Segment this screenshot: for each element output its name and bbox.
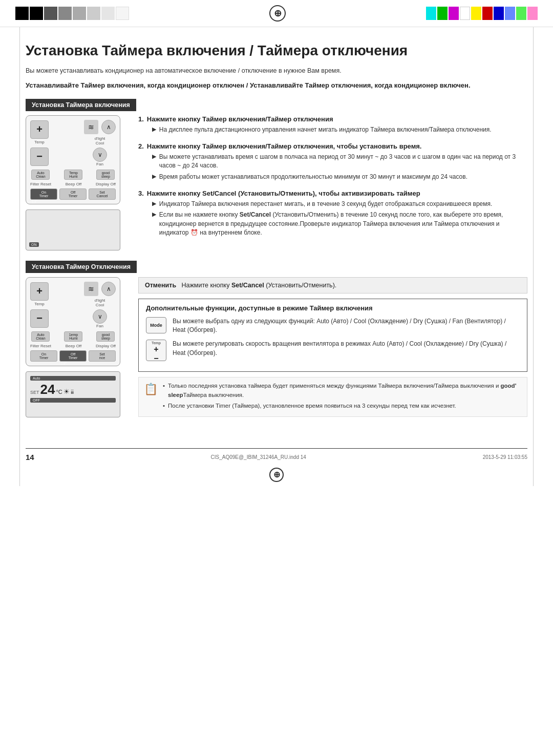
temp-label: Temp bbox=[34, 140, 45, 144]
temp-plus-button-2[interactable]: + bbox=[30, 282, 49, 301]
fan-up-button-2[interactable]: ∧ bbox=[101, 282, 116, 296]
note-item-2: После установки Timer (Таймера), установ… bbox=[163, 402, 522, 410]
display-on-badge: ON bbox=[29, 242, 39, 247]
step2-bullet2: Время работы может устанавливаться продо… bbox=[159, 173, 467, 181]
swing-icon: ≋ bbox=[84, 120, 98, 134]
step2-number: 2. bbox=[138, 142, 144, 150]
fan-up-button[interactable]: ∧ bbox=[101, 120, 116, 134]
remote-control-1: + Temp − ≋ ∧ d'lightCool ∨ Fan bbox=[26, 115, 120, 204]
plus-icon: + bbox=[154, 345, 158, 354]
temp-minus-button-2[interactable]: − bbox=[30, 309, 49, 328]
set-cancel-button-2[interactable]: Setnce bbox=[89, 350, 116, 362]
note-item-1: Только последняя установка таймера будет… bbox=[163, 382, 522, 400]
off-badge: OFF bbox=[30, 398, 116, 403]
note-box: 📋 Только последняя установка таймера буд… bbox=[138, 377, 527, 417]
fan-label: Fan bbox=[96, 162, 103, 166]
good-sleep-button-2[interactable]: goodsleep bbox=[96, 331, 115, 342]
temp-minus-button[interactable]: − bbox=[30, 148, 49, 166]
dcool-label: d'lightCool bbox=[95, 136, 105, 145]
fan-down-button-2[interactable]: ∨ bbox=[93, 309, 107, 324]
display-off-label-2: Display Off bbox=[96, 344, 116, 348]
on-timer-button[interactable]: OnTimer☞ bbox=[30, 188, 57, 200]
temp-humi-button[interactable]: TempHumi bbox=[64, 170, 82, 180]
auto-clean-button[interactable]: AutoClean bbox=[31, 170, 50, 180]
swing-icon-2: ≋ bbox=[84, 282, 98, 296]
bullet-arrow-5: ▶ bbox=[152, 211, 156, 237]
temp-label-2: Temp bbox=[34, 302, 45, 306]
temp-humi-button-2[interactable]: 1empHumi bbox=[64, 331, 82, 342]
set-cancel-button[interactable]: SetCancel bbox=[89, 188, 116, 200]
note-list: Только последняя установка таймера будет… bbox=[163, 382, 522, 412]
bold-intro: Устанавливайте Таймер включения, когда к… bbox=[26, 80, 527, 91]
off-timer-button[interactable]: OffTimer bbox=[59, 188, 87, 200]
remote-control-2: + Temp − ≋ ∧ d'lightCool ∨ Fan bbox=[26, 277, 120, 366]
registration-mark: ⊕ bbox=[269, 5, 286, 22]
bullet-arrow-2: ▶ bbox=[152, 153, 156, 171]
fan-icon: ☀ bbox=[63, 388, 70, 395]
cancel-label: Отменить bbox=[145, 282, 176, 289]
step2-title: Нажмите кнопку Таймер включения/Таймер о… bbox=[147, 142, 527, 150]
bullet-arrow-4: ▶ bbox=[152, 200, 156, 208]
step3-bullet1: Индикатор Таймера включения перестанет м… bbox=[159, 200, 492, 208]
note-icon: 📋 bbox=[144, 383, 158, 396]
cancel-text: Нажмите кнопку Set/Cancel (Установить/От… bbox=[182, 282, 337, 289]
mode-icon-box: Mode bbox=[146, 317, 166, 333]
step1-bullet1: На дисплее пульта дистанционного управле… bbox=[159, 125, 492, 134]
step3-title: Нажмите кнопку Set/Cancel (Установить/От… bbox=[147, 190, 527, 197]
beep-off-label-2: Beep Off bbox=[66, 344, 81, 348]
bullet-arrow-3: ▶ bbox=[152, 173, 156, 181]
func1-text: Вы можете выбрать одну из следующих функ… bbox=[173, 317, 520, 335]
temp-value: 24 bbox=[40, 383, 55, 396]
footer-date: 2013-5-29 11:03:55 bbox=[483, 454, 527, 460]
step3-bullet2: Если вы не нажмете кнопку Set/Cancel (Ус… bbox=[159, 211, 527, 237]
on-timer-button-2[interactable]: OnTimer bbox=[30, 350, 57, 362]
good-sleep-button[interactable]: goodsleep bbox=[96, 170, 115, 180]
dcool-label-2: d'lightCool bbox=[95, 298, 105, 307]
bullet-arrow-1: ▶ bbox=[152, 126, 156, 134]
set-label: SET bbox=[30, 390, 39, 395]
temp-unit: °C bbox=[56, 389, 62, 395]
section2-header: Установка Таймер Отключения bbox=[26, 261, 137, 273]
beep-off-label: Beep Off bbox=[66, 182, 81, 186]
section1-header: Установка Таймера включения bbox=[26, 99, 136, 111]
page-title: Установка Таймера включения / Таймера от… bbox=[26, 43, 527, 59]
cancel-box: Отменить Нажмите кнопку Set/Cancel (Уста… bbox=[138, 277, 527, 293]
off-timer-button-2[interactable]: OffTimer☞ bbox=[59, 350, 87, 362]
footer-file: CIS_AQ09E@_IBIM_31246A_RU.indd 14 bbox=[211, 454, 306, 460]
page-number: 14 bbox=[26, 453, 34, 461]
display-screen-1: ON bbox=[26, 209, 120, 250]
step1-title: Нажмите кнопку Таймер включения/Таймер о… bbox=[147, 115, 527, 123]
fan-down-button[interactable]: ∨ bbox=[93, 148, 107, 162]
filter-reset-label: Filter Reset bbox=[30, 182, 51, 186]
temp-icon-label: Temp bbox=[152, 341, 161, 345]
filter-reset-label-2: Filter Reset bbox=[30, 344, 51, 348]
step2-bullet1: Вы можете устанавливать время с шагом в … bbox=[159, 153, 527, 171]
func2-text: Вы можете регулировать скорость вращения… bbox=[173, 340, 520, 358]
temp-icon-box: Temp + − bbox=[146, 340, 166, 361]
minus-icon: − bbox=[154, 354, 158, 363]
step1-number: 1. bbox=[138, 115, 144, 123]
fan-label-2: Fan bbox=[96, 324, 103, 328]
auto-badge: Auto bbox=[30, 376, 116, 381]
display-screen-2: Auto SET 24 °C ☀ ⅲ OFF bbox=[26, 371, 120, 417]
display-off-label: Display Off bbox=[96, 182, 116, 186]
wifi-icon: ⅲ bbox=[71, 389, 74, 395]
auto-clean-button-2[interactable]: AutoClean bbox=[31, 331, 50, 342]
temp-plus-button[interactable]: + bbox=[30, 120, 49, 139]
intro-text: Вы можете устанавливать кондиционер на а… bbox=[26, 67, 527, 74]
bottom-registration-mark: ⊕ bbox=[269, 468, 284, 482]
step3-number: 3. bbox=[138, 190, 144, 197]
extra-functions-box: Дополнительные функции, доступные в режи… bbox=[138, 299, 527, 372]
extra-func-title: Дополнительные функции, доступные в режи… bbox=[146, 304, 520, 312]
